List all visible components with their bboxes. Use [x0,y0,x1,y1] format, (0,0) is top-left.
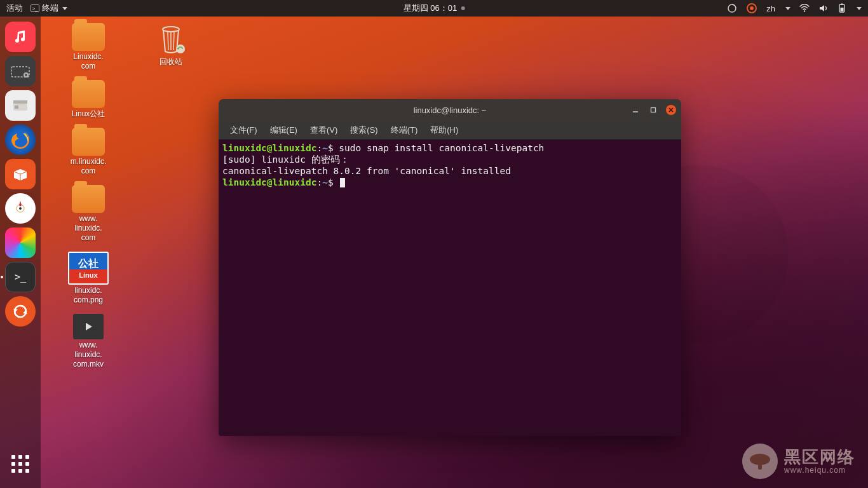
tray-icon-2[interactable] [746,3,757,14]
window-menubar: 文件(F)编辑(E)查看(V)搜索(S)终端(T)帮助(H) [219,121,681,140]
menu-item[interactable]: 终端(T) [386,123,423,138]
terminal-icon: >_ [31,4,39,12]
window-maximize-button[interactable] [648,105,658,115]
dock-music[interactable] [5,22,36,52]
dock-updates[interactable] [5,296,36,327]
current-app-indicator[interactable]: >_ 终端 [31,3,67,14]
terminal-output[interactable]: linuxidc@linuxidc:~$ sudo snap install c… [219,140,681,436]
desktop-icon[interactable]: www. linuxidc. com.mkv [60,314,117,369]
dock-firefox[interactable] [5,125,36,155]
folder-icon [72,23,105,51]
desktop-area[interactable]: Linuxidc. comLinux公社m.linuxidc. comwww. … [41,17,868,488]
svg-point-3 [804,10,805,11]
dock-software[interactable] [5,159,36,189]
terminal-line: linuxidc@linuxidc:~$ [222,177,677,188]
desktop-icon[interactable]: www. linuxidc. com [60,185,117,243]
desktop-icon[interactable]: Linuxidc. com [60,23,117,71]
svg-marker-16 [86,323,92,330]
dock: >_ [0,17,41,488]
desktop-icon-label: www. linuxidc. com [74,214,102,243]
desktop-icon[interactable]: m.linuxidc. com [60,128,117,176]
tray-icon-1[interactable] [727,3,737,13]
svg-point-2 [750,6,754,10]
dock-colors[interactable] [5,227,36,258]
show-applications-button[interactable] [5,449,36,479]
chevron-down-icon [857,7,862,10]
menu-item[interactable]: 文件(F) [225,123,262,138]
window-titlebar[interactable]: linuxidc@linuxidc: ~ [219,99,681,121]
watermark-logo-icon [742,444,778,479]
terminal-line: [sudo] linuxidc 的密码： [222,154,677,165]
folder-icon [72,80,105,108]
desktop-icon[interactable]: Linux公社 [60,80,117,119]
desktop-icon-label: linuxidc. com.png [74,286,103,305]
video-thumbnail-icon [73,314,104,339]
window-minimize-button[interactable] [630,105,641,115]
svg-point-17 [163,27,179,32]
dock-terminal[interactable]: >_ [5,262,36,292]
svg-point-15 [19,207,22,210]
menu-item[interactable]: 搜索(S) [345,123,383,138]
svg-line-18 [168,32,168,50]
folder-icon [72,185,105,213]
input-method-indicator[interactable]: zh [766,4,775,13]
chevron-down-icon [62,7,67,10]
desktop-trash[interactable]: 回收站 [142,23,200,67]
desktop-icon-label: www. linuxidc. com.mkv [73,341,104,369]
terminal-window: linuxidc@linuxidc: ~ 文件(F)编辑(E)查看(V)搜索(S… [219,99,681,436]
menu-item[interactable]: 编辑(E) [265,123,302,138]
current-app-label: 终端 [42,3,58,14]
watermark-title: 黑区网络 [784,448,855,466]
desktop-icon-label: Linuxidc. com [73,52,103,71]
desktop-icon[interactable]: 公社Linuxlinuxidc. com.png [60,252,117,305]
window-close-button[interactable] [666,105,676,115]
svg-rect-6 [841,8,844,11]
dock-utilities[interactable] [5,193,36,224]
desktop-icon-label: m.linuxidc. com [71,157,107,176]
svg-rect-24 [651,108,656,112]
volume-icon[interactable] [818,4,829,13]
svg-rect-5 [841,4,843,5]
folder-icon [72,128,105,156]
svg-rect-10 [13,100,27,104]
clock[interactable]: 星期四 06：01 [403,3,465,14]
svg-rect-26 [758,463,762,470]
window-title: linuxidc@linuxidc: ~ [219,105,681,115]
top-bar: 活动 >_ 终端 星期四 06：01 zh [0,0,868,17]
notification-dot-icon [461,6,465,10]
dock-screenshot[interactable] [5,56,36,86]
desktop-icon-label: Linux公社 [72,109,105,119]
menu-item[interactable]: 查看(V) [305,123,342,138]
svg-line-20 [173,32,174,50]
terminal-line: linuxidc@linuxidc:~$ sudo snap install c… [222,142,677,154]
watermark-subtitle: www.heiqu.com [784,466,855,475]
activities-button[interactable]: 活动 [6,3,23,14]
dock-files[interactable] [5,90,36,121]
chevron-down-icon [785,7,790,10]
battery-icon[interactable] [837,3,846,13]
cursor-icon [340,178,345,187]
terminal-line: canonical-livepatch 8.0.2 from 'canonica… [222,165,677,177]
wifi-icon[interactable] [799,4,810,13]
trash-icon [154,23,187,56]
svg-rect-11 [15,105,18,109]
image-thumbnail-icon: 公社Linux [68,252,109,285]
desktop-icon-label: 回收站 [159,57,182,67]
watermark: 黑区网络 www.heiqu.com [742,444,855,479]
menu-item[interactable]: 帮助(H) [425,123,463,138]
